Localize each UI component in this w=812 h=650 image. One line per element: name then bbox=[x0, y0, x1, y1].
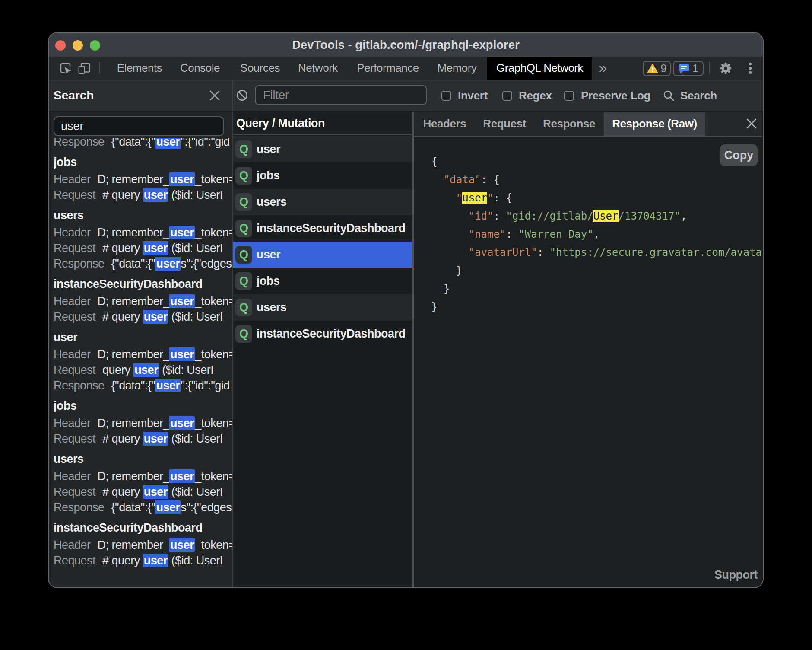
json-line: } bbox=[431, 261, 762, 280]
search-result-match[interactable]: Requestquery user ($id: UserI bbox=[54, 362, 232, 378]
search-match-highlight: user bbox=[169, 226, 195, 239]
json-line: "id": "gid://gitlab/User/13704317", bbox=[431, 207, 762, 225]
response-panel: HeadersRequestResponseResponse (Raw) { "… bbox=[414, 112, 762, 587]
query-row-label: instanceSecurityDashboard bbox=[257, 215, 406, 242]
checkbox-label-regex: Regex bbox=[519, 80, 552, 111]
search-result-match[interactable]: HeaderD; remember_user_token=e bbox=[54, 172, 232, 187]
search-result-match[interactable]: Request# query user ($id: UserI bbox=[54, 187, 232, 203]
copy-button[interactable]: Copy bbox=[720, 144, 758, 166]
json-line: { bbox=[431, 153, 762, 171]
warnings-badge[interactable]: 9 bbox=[643, 61, 671, 76]
query-badge: Q bbox=[235, 325, 252, 343]
search-match-highlight: user bbox=[155, 257, 181, 271]
devtools-tab-network[interactable]: Network bbox=[298, 57, 338, 80]
search-result-group-title: users bbox=[54, 451, 232, 467]
match-type-label: Request bbox=[54, 310, 95, 323]
json-line: "user": { bbox=[431, 189, 762, 207]
search-match-highlight: user bbox=[143, 188, 168, 202]
kebab-menu-icon[interactable] bbox=[747, 62, 753, 76]
devtools-tab-console[interactable]: Console bbox=[180, 57, 220, 80]
query-badge: Q bbox=[235, 272, 252, 290]
query-row-jobs[interactable]: Qjobs bbox=[233, 268, 412, 294]
checkbox-regex[interactable] bbox=[502, 91, 512, 101]
query-badge: Q bbox=[235, 140, 252, 158]
search-result-match[interactable]: HeaderD; remember_user_token=e bbox=[54, 537, 232, 553]
message-icon bbox=[678, 63, 690, 74]
response-tab-response-raw-[interactable]: Response (Raw) bbox=[604, 112, 706, 136]
search-result-match[interactable]: Response{"data":{"user":{"id":"gid bbox=[54, 138, 232, 150]
search-result-match[interactable]: HeaderD; remember_user_token=e bbox=[54, 415, 232, 431]
more-tabs-chevron[interactable]: » bbox=[599, 57, 607, 80]
devtools-tab-graphql-network[interactable]: GraphQL Network bbox=[487, 57, 592, 80]
query-row-user[interactable]: Quser bbox=[233, 242, 412, 268]
search-result-match[interactable]: Response{"data":{"users":{"edges bbox=[54, 500, 232, 515]
json-response-text: { "data": { "user": { "id": "gid://gitla… bbox=[431, 153, 762, 316]
json-line: } bbox=[431, 280, 762, 298]
search-result-match[interactable]: HeaderD; remember_user_token=e bbox=[54, 468, 232, 484]
inspect-element-icon[interactable] bbox=[59, 62, 73, 75]
search-panel-title: Search bbox=[54, 80, 94, 111]
search-result-match[interactable]: Response{"data":{"user":{"id":"gid bbox=[54, 378, 232, 393]
query-badge: Q bbox=[235, 167, 252, 185]
search-match-highlight: user bbox=[143, 310, 168, 324]
search-icon[interactable] bbox=[663, 90, 675, 102]
response-tab-response[interactable]: Response bbox=[535, 112, 604, 136]
checkbox-invert[interactable] bbox=[441, 91, 451, 101]
content: user Response{"data":{"user":{"id":"gidj… bbox=[49, 112, 763, 587]
clear-icon[interactable] bbox=[236, 89, 248, 101]
search-result-match[interactable]: Request# query user ($id: UserI bbox=[54, 309, 232, 325]
checkbox-preserve-log[interactable] bbox=[564, 91, 574, 101]
search-query-input[interactable]: user bbox=[54, 116, 224, 136]
search-results-list: Response{"data":{"user":{"id":"gidjobsHe… bbox=[54, 138, 232, 587]
query-row-label: user bbox=[257, 136, 280, 162]
search-result-match[interactable]: Request# query user ($id: UserI bbox=[54, 431, 232, 446]
tabbar-separator-2 bbox=[709, 62, 710, 74]
devtools-tab-memory[interactable]: Memory bbox=[438, 57, 477, 80]
query-badge: Q bbox=[235, 246, 252, 264]
match-type-label: Header bbox=[54, 417, 91, 430]
close-search-icon[interactable] bbox=[209, 90, 220, 101]
device-toolbar-icon[interactable] bbox=[77, 61, 91, 75]
search-result-match[interactable]: Request# query user ($id: UserI bbox=[54, 484, 232, 500]
query-row-label: users bbox=[257, 294, 287, 321]
match-type-label: Request bbox=[54, 485, 95, 498]
query-list-panel: Query / Mutation QuserQjobsQusersQinstan… bbox=[233, 112, 412, 587]
search-match-highlight: user bbox=[155, 500, 181, 514]
query-badge: Q bbox=[235, 193, 252, 211]
query-row-instanceSecurityDashboard[interactable]: QinstanceSecurityDashboard bbox=[233, 321, 412, 347]
search-match-highlight: user bbox=[143, 432, 168, 446]
filter-input[interactable]: Filter bbox=[255, 85, 427, 105]
close-details-icon[interactable] bbox=[746, 118, 757, 129]
devtools-tab-performance[interactable]: Performance bbox=[357, 57, 419, 80]
toolbar-search-label[interactable]: Search bbox=[680, 80, 717, 111]
query-row-user[interactable]: Quser bbox=[233, 136, 412, 162]
devtools-tab-elements[interactable]: Elements bbox=[117, 57, 162, 80]
response-tab-request[interactable]: Request bbox=[475, 112, 535, 136]
match-type-label: Response bbox=[54, 379, 105, 392]
search-result-group-title: user bbox=[54, 329, 232, 345]
query-row-label: jobs bbox=[257, 268, 280, 294]
json-line: "data": { bbox=[431, 171, 762, 189]
query-row-jobs[interactable]: Qjobs bbox=[233, 162, 412, 189]
search-result-match[interactable]: Request# query user ($id: UserI bbox=[54, 240, 232, 256]
query-row-users[interactable]: Qusers bbox=[233, 189, 412, 215]
support-link[interactable]: Support bbox=[714, 568, 758, 582]
message-count: 1 bbox=[692, 62, 698, 75]
devtools-tab-sources[interactable]: Sources bbox=[240, 57, 280, 80]
search-result-match[interactable]: HeaderD; remember_user_token=e bbox=[54, 225, 232, 240]
messages-badge[interactable]: 1 bbox=[673, 61, 704, 76]
json-line: } bbox=[431, 298, 762, 316]
response-tab-headers[interactable]: Headers bbox=[415, 112, 475, 136]
settings-gear-icon[interactable] bbox=[719, 61, 733, 75]
match-type-label: Request bbox=[54, 188, 95, 201]
tabbar-separator bbox=[99, 62, 100, 74]
search-result-match[interactable]: Response{"data":{"users":{"edges bbox=[54, 256, 232, 271]
query-rows: QuserQjobsQusersQinstanceSecurityDashboa… bbox=[233, 136, 412, 347]
search-result-match[interactable]: Request# query user ($id: UserI bbox=[54, 553, 232, 568]
query-row-instanceSecurityDashboard[interactable]: QinstanceSecurityDashboard bbox=[233, 215, 412, 242]
search-result-match[interactable]: HeaderD; remember_user_token=e bbox=[54, 347, 232, 362]
search-match-highlight: user bbox=[143, 241, 168, 255]
query-row-users[interactable]: Qusers bbox=[233, 294, 412, 321]
search-match-highlight: user bbox=[169, 172, 195, 186]
search-result-match[interactable]: HeaderD; remember_user_token=e bbox=[54, 293, 232, 309]
